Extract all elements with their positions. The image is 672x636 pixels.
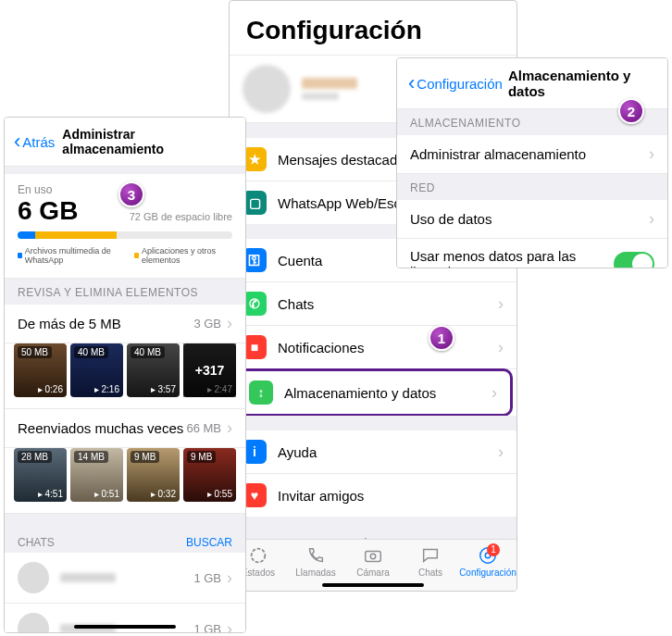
- media-thumb[interactable]: 9 MB▸ 0:55: [183, 448, 236, 502]
- row-label: De más de 5 MB: [18, 316, 193, 331]
- media-thumb[interactable]: 28 MB▸ 4:51: [14, 448, 67, 502]
- tab-label: Estados: [242, 567, 275, 578]
- step-marker-1: 1: [429, 325, 454, 351]
- media-thumb[interactable]: 9 MB▸ 0:32: [127, 448, 180, 502]
- chat-size: 1 GB: [193, 622, 221, 634]
- tab-label: Llamadas: [295, 567, 335, 578]
- chats-row[interactable]: ✆ Chats ›: [230, 282, 516, 326]
- toggle-on[interactable]: [614, 252, 654, 268]
- chevron-left-icon[interactable]: ‹: [14, 130, 20, 154]
- page-title: Configuración: [246, 16, 500, 45]
- row-label: Invitar amigos: [278, 488, 504, 504]
- media-thumb[interactable]: +317▸ 2:47: [183, 343, 236, 397]
- chevron-right-icon: ›: [227, 568, 232, 588]
- back-link[interactable]: Atrás: [22, 134, 55, 150]
- badge: 1: [487, 543, 500, 556]
- tab-label: Cámara: [356, 567, 390, 578]
- avatar: [18, 613, 49, 633]
- chevron-right-icon: ›: [227, 314, 232, 333]
- row-label: Uso de datos: [410, 211, 649, 227]
- avatar: [18, 562, 49, 593]
- home-indicator: [74, 625, 176, 629]
- svg-rect-1: [366, 551, 381, 561]
- back-link[interactable]: Configuración: [417, 76, 503, 92]
- chevron-right-icon: ›: [649, 144, 654, 164]
- thumb-strip-2: 28 MB▸ 4:5114 MB▸ 0:519 MB▸ 0:329 MB▸ 0:…: [5, 448, 245, 514]
- large-files-row[interactable]: De más de 5 MB 3 GB ›: [5, 305, 245, 343]
- chevron-right-icon: ›: [498, 294, 504, 314]
- chevron-right-icon: ›: [227, 619, 232, 634]
- search-chats-link[interactable]: BUSCAR: [186, 536, 232, 549]
- arrows-icon: ↕: [249, 380, 273, 405]
- data-usage-row[interactable]: Uso de datos ›: [397, 200, 667, 239]
- chats-header: CHATS: [18, 536, 186, 549]
- thumb-strip-1: 50 MB▸ 0:2640 MB▸ 2:1640 MB▸ 3:57+317▸ 2…: [5, 343, 245, 409]
- row-label: Ayuda: [278, 444, 498, 460]
- settings-list-3: i Ayuda › ♥ Invitar amigos: [230, 430, 516, 517]
- tab-settings[interactable]: 1Configuración: [459, 545, 516, 578]
- legend-whatsapp: Archivos multimedia de WhatsApp: [18, 246, 125, 265]
- step-marker-2: 2: [618, 98, 644, 124]
- chat-row[interactable]: 1 GB›: [5, 604, 245, 633]
- svg-point-0: [252, 549, 266, 563]
- home-indicator: [322, 583, 424, 587]
- chevron-right-icon: ›: [649, 209, 654, 229]
- low-data-calls-row[interactable]: Usar menos datos para las llamadas: [397, 239, 667, 268]
- row-label: Notificaciones: [278, 340, 498, 355]
- used-value: 6 GB: [18, 196, 130, 226]
- help-row[interactable]: i Ayuda ›: [230, 430, 516, 474]
- tab-calls[interactable]: Llamadas: [287, 545, 344, 578]
- storage-data-screen: ‹ Configuración Almacenamiento y datos A…: [396, 57, 668, 268]
- invite-friends-row[interactable]: ♥ Invitar amigos: [230, 474, 516, 517]
- tab-label: Chats: [418, 567, 442, 578]
- storage-data-row[interactable]: ↕ Almacenamiento y datos ›: [233, 368, 513, 417]
- svg-point-2: [370, 554, 376, 559]
- media-thumb[interactable]: 50 MB▸ 0:26: [14, 343, 67, 397]
- storage-bar: [18, 231, 232, 239]
- tab-chats[interactable]: Chats: [402, 545, 459, 578]
- page-title: Administrar almacenamiento: [62, 127, 236, 156]
- page-title: Almacenamiento y datos: [508, 68, 656, 99]
- tab-label: Configuración: [459, 567, 516, 578]
- media-thumb[interactable]: 14 MB▸ 0:51: [70, 448, 123, 502]
- row-size: 66 MB: [186, 421, 221, 435]
- media-thumb[interactable]: 40 MB▸ 3:57: [127, 343, 180, 397]
- media-thumb[interactable]: 40 MB▸ 2:16: [70, 343, 123, 397]
- forwarded-row[interactable]: Reenviados muchas veces 66 MB ›: [5, 409, 245, 448]
- row-label: Usar menos datos para las llamadas: [410, 248, 614, 268]
- notifications-row[interactable]: ■ Notificaciones ›: [230, 326, 516, 369]
- chevron-right-icon: ›: [498, 443, 504, 462]
- step-marker-3: 3: [118, 181, 144, 207]
- row-label: Chats: [278, 296, 498, 312]
- row-label: Administrar almacenamiento: [410, 146, 649, 162]
- row-label: Reenviados muchas veces: [18, 420, 186, 436]
- review-header: REVISA Y ELIMINA ELEMENTOS: [5, 279, 245, 305]
- row-size: 3 GB: [193, 317, 221, 330]
- chevron-right-icon: ›: [227, 418, 232, 438]
- chat-row[interactable]: 1 GB›: [5, 553, 245, 604]
- row-label: Almacenamiento y datos: [284, 385, 492, 401]
- chevron-left-icon[interactable]: ‹: [408, 71, 415, 95]
- used-label: En uso: [18, 183, 130, 196]
- chat-size: 1 GB: [193, 571, 221, 585]
- chevron-right-icon: ›: [498, 338, 504, 357]
- chat-list: 1 GB›1 GB›606 MB›565 MB›: [5, 553, 245, 633]
- manage-storage-row[interactable]: Administrar almacenamiento ›: [397, 135, 667, 174]
- legend-other: Aplicaciones y otros elementos: [134, 246, 232, 265]
- section-network: Red: [397, 174, 667, 200]
- free-space: 72 GB de espacio libre: [130, 211, 232, 222]
- chevron-right-icon: ›: [492, 383, 497, 403]
- tab-camera[interactable]: Cámara: [344, 545, 402, 578]
